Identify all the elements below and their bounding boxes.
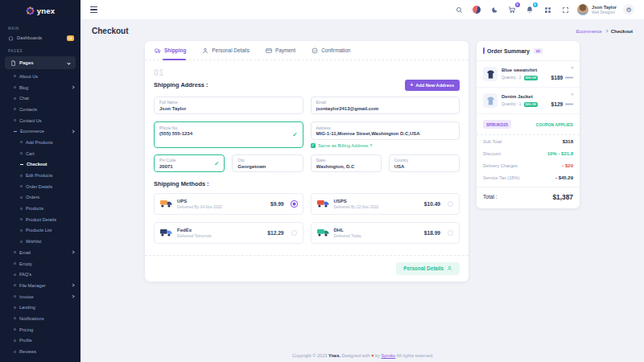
sidebar-item-products[interactable]: Products [0,203,80,214]
phone-field[interactable]: Phone No (555) 555-1234 ✓ [154,121,303,148]
sidebar-item-faqs[interactable]: FAQ's [0,269,80,280]
shipping-method-fedex[interactable]: FedEx Delivered Tomorrow $12.29 [154,222,303,244]
sidebar-item-wishlist[interactable]: Wishlist [0,236,80,247]
shipping-method-usps[interactable]: USPS Delivered By 22,Nov 2022 $10.49 [311,193,460,215]
sidebar-item-contact-us[interactable]: Contact Us [0,115,80,126]
radio-icon[interactable] [291,230,297,236]
bullet-icon [20,141,23,143]
sidebar-item-add-products[interactable]: Add Products [0,137,80,148]
credit-card-icon [266,47,272,54]
radio-selected-icon[interactable] [291,201,297,207]
sidebar-item-label: Pages [19,60,34,65]
bullet-icon [14,262,16,265]
radio-icon[interactable] [448,201,453,207]
shipping-method-ups[interactable]: UPS Delivered By 24,Nov 2022 $9.99 [154,193,303,215]
sidebar-item-chat[interactable]: Chat [0,93,80,104]
billing-address-checkbox[interactable]: ✓ Same as Billing Address ? [311,143,460,148]
discount-badge: 50% Off [524,102,538,107]
sidebar-item-checkout[interactable]: Checkout [0,159,80,171]
home-icon [8,35,14,41]
sidebar-item-pages[interactable]: Pages [5,56,76,69]
search-icon[interactable] [453,4,464,15]
breadcrumb: Ecommerce Checkout [576,29,633,34]
sidebar-item-ecommerce[interactable]: Ecommerce [0,125,80,137]
address-field[interactable]: Address MIG-1-11,Monroe Street,Washingto… [311,121,460,140]
sidebar-item-reviews[interactable]: Reviews [0,346,80,357]
sidebar-item-about-us[interactable]: About Us [0,71,80,82]
sidebar-item-blog[interactable]: Blog [0,82,80,93]
cart-icon[interactable]: 5 [506,4,518,15]
top-header: 5 0 Json Taylor Web Designer ⚙ [80,0,644,20]
full-name-field[interactable]: Full Name Json Taylor [154,97,303,115]
coupon-code-chip[interactable]: SPRUKO25 [483,120,511,129]
breadcrumb-parent[interactable]: Ecommerce [576,29,602,34]
service-tax-row: Service Tax (18%) - $45.29 [477,172,580,184]
heart-icon: ♥ [371,353,374,358]
avatar [577,4,588,15]
sidebar-item-notifications[interactable]: Notifications [0,313,80,324]
add-new-address-button[interactable]: + Add New Address [405,80,460,91]
discount-badge: 30% Off [524,76,538,80]
bullet-icon [14,284,16,286]
language-flag-icon[interactable] [471,4,482,15]
summary-item-denim-jacket: ✕ Denim Jacket Quantity : 1 50% Off $129… [477,88,580,114]
bullet-icon [14,328,16,331]
city-field[interactable]: City Georgetown [232,154,303,173]
sidebar-item-profile[interactable]: Profile [0,335,80,347]
chevron-right-icon [71,85,74,88]
spruko-link[interactable]: Spruko [382,353,396,358]
dash-icon [14,131,17,132]
email-field[interactable]: Email jsontaylor2413@gmail.com [311,97,460,115]
order-summary-card: Order Summary 02 ✕ Blue sweatshirt Quant… [477,41,580,208]
remove-item-icon[interactable]: ✕ [571,65,574,70]
dark-mode-icon[interactable] [489,4,500,15]
sidebar-item-cart[interactable]: Cart [0,148,80,159]
tab-confirmation[interactable]: Confirmation [312,41,350,60]
notifications-count-badge: 0 [533,2,538,7]
summary-item-blue-sweatshirt: ✕ Blue sweatshirt Quantity : 2 30% Off $… [477,61,580,88]
pin-code-field[interactable]: Pin Code 20071 ✓ [154,154,225,173]
shipping-method-dhl[interactable]: DHL Delivered Today $18.99 [311,222,460,244]
menu-toggle-icon[interactable] [90,6,97,13]
bullet-icon [20,229,23,232]
sidebar-item-dashboards[interactable]: Dashboards 12 [0,32,80,43]
state-field[interactable]: State Washington, D.C [311,154,382,173]
radio-icon[interactable] [448,230,453,236]
sidebar-item-email[interactable]: Email [0,247,80,258]
sidebar-item-orders[interactable]: Orders [0,192,80,204]
sidebar-item-landing[interactable]: Landing [0,302,80,313]
apps-grid-icon[interactable] [542,4,553,15]
sidebar: ynex Main Dashboards 12 Pages Pages Abou… [0,0,80,362]
tab-personal-details[interactable]: Personal Details [202,41,250,60]
country-field[interactable]: Country USA [389,154,460,173]
chevron-right-icon [71,130,74,133]
settings-gear-icon[interactable]: ⚙ [623,4,634,15]
sidebar-item-empty[interactable]: Empty [0,258,80,269]
tab-shipping[interactable]: Shipping [155,41,186,60]
discount-row: Discount 10% - $31.8 [477,147,580,159]
sidebar-item-contacts[interactable]: Contacts [0,104,80,115]
personal-details-next-button[interactable]: Personal Details [396,262,460,275]
sidebar-item-invoice[interactable]: Invoice [0,291,80,302]
brand-pinwheel-icon [26,6,35,15]
bullet-icon [20,196,23,199]
user-role: Web Designer [592,10,617,15]
fullscreen-icon[interactable] [559,4,571,15]
bullet-icon [14,75,16,77]
sidebar-item-file-manager[interactable]: File Manager [0,280,80,291]
sidebar-item-products-list[interactable]: Products List [0,225,80,237]
bullet-icon [20,152,23,154]
sidebar-item-edit-products[interactable]: Edit Products [0,170,80,181]
sidebar-item-product-details[interactable]: Product Details [0,214,80,225]
chevron-right-icon [71,294,74,298]
bullet-icon [20,208,23,210]
notifications-bell-icon[interactable]: 0 [524,4,535,15]
sidebar-item-order-details[interactable]: Order Details [0,181,80,192]
remove-item-icon[interactable]: ✕ [571,92,574,97]
bullet-icon [14,251,16,253]
sidebar-item-pricing[interactable]: Pricing [0,324,80,335]
brand-logo[interactable]: ynex [0,0,80,21]
user-menu[interactable]: Json Taylor Web Designer [577,4,617,15]
tab-payment[interactable]: Payment [266,41,295,60]
bullet-icon [14,295,16,298]
